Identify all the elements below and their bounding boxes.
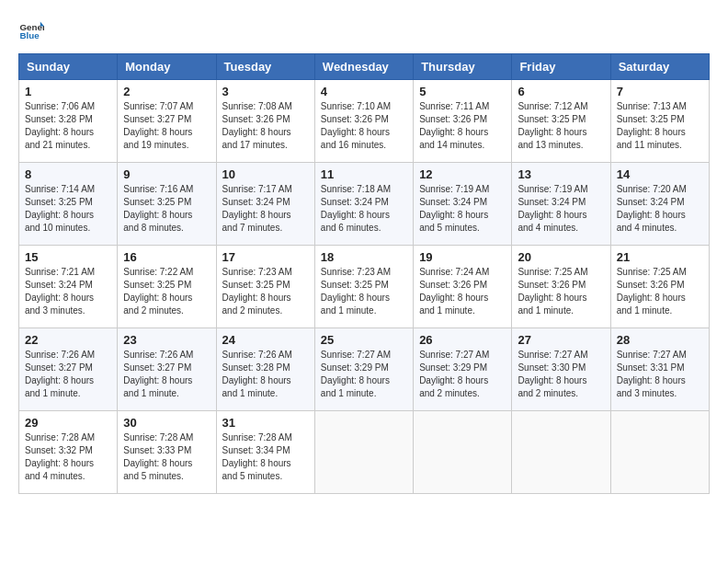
day-number: 10 — [222, 167, 309, 181]
day-number: 24 — [222, 333, 309, 347]
day-info: Sunrise: 7:27 AMSunset: 3:31 PMDaylight:… — [617, 349, 703, 400]
calendar-cell: 19Sunrise: 7:24 AMSunset: 3:26 PMDayligh… — [414, 246, 512, 328]
day-number: 16 — [123, 250, 210, 264]
day-number: 17 — [222, 250, 309, 264]
calendar-cell: 14Sunrise: 7:20 AMSunset: 3:24 PMDayligh… — [610, 163, 709, 246]
day-info: Sunrise: 7:22 AMSunset: 3:25 PMDaylight:… — [123, 266, 210, 317]
calendar-body: 1Sunrise: 7:06 AMSunset: 3:28 PMDaylight… — [19, 80, 710, 494]
week-row: 1Sunrise: 7:06 AMSunset: 3:28 PMDaylight… — [19, 80, 710, 163]
week-row: 15Sunrise: 7:21 AMSunset: 3:24 PMDayligh… — [19, 246, 710, 328]
calendar-cell: 15Sunrise: 7:21 AMSunset: 3:24 PMDayligh… — [19, 246, 118, 328]
day-info: Sunrise: 7:26 AMSunset: 3:27 PMDaylight:… — [123, 349, 210, 400]
day-number: 12 — [419, 167, 506, 181]
day-number: 30 — [123, 416, 210, 430]
calendar-cell — [314, 411, 413, 494]
calendar-cell: 1Sunrise: 7:06 AMSunset: 3:28 PMDaylight… — [19, 80, 118, 163]
day-info: Sunrise: 7:27 AMSunset: 3:29 PMDaylight:… — [419, 349, 506, 400]
day-number: 23 — [123, 333, 210, 347]
calendar-cell: 21Sunrise: 7:25 AMSunset: 3:26 PMDayligh… — [610, 246, 709, 328]
logo: General Blue — [18, 18, 44, 44]
day-number: 9 — [123, 167, 210, 181]
day-number: 31 — [222, 416, 309, 430]
day-number: 22 — [25, 333, 111, 347]
column-header-friday: Friday — [512, 54, 610, 80]
calendar-table: SundayMondayTuesdayWednesdayThursdayFrid… — [18, 53, 710, 494]
day-info: Sunrise: 7:26 AMSunset: 3:27 PMDaylight:… — [25, 349, 111, 400]
column-header-wednesday: Wednesday — [314, 54, 413, 80]
column-header-monday: Monday — [118, 54, 216, 80]
calendar-cell: 3Sunrise: 7:08 AMSunset: 3:26 PMDaylight… — [216, 80, 314, 163]
day-number: 15 — [25, 250, 111, 264]
week-row: 22Sunrise: 7:26 AMSunset: 3:27 PMDayligh… — [19, 328, 710, 411]
calendar-header: SundayMondayTuesdayWednesdayThursdayFrid… — [19, 54, 710, 80]
calendar-cell: 11Sunrise: 7:18 AMSunset: 3:24 PMDayligh… — [314, 163, 413, 246]
column-header-saturday: Saturday — [610, 54, 709, 80]
day-info: Sunrise: 7:08 AMSunset: 3:26 PMDaylight:… — [222, 100, 309, 152]
column-header-sunday: Sunday — [19, 54, 118, 80]
day-info: Sunrise: 7:11 AMSunset: 3:26 PMDaylight:… — [419, 100, 506, 152]
day-info: Sunrise: 7:12 AMSunset: 3:25 PMDaylight:… — [518, 100, 604, 152]
calendar-cell: 8Sunrise: 7:14 AMSunset: 3:25 PMDaylight… — [19, 163, 118, 246]
day-info: Sunrise: 7:13 AMSunset: 3:25 PMDaylight:… — [617, 100, 703, 152]
day-number: 7 — [617, 85, 703, 98]
calendar-cell: 31Sunrise: 7:28 AMSunset: 3:34 PMDayligh… — [216, 411, 314, 494]
day-info: Sunrise: 7:25 AMSunset: 3:26 PMDaylight:… — [518, 266, 604, 317]
column-header-tuesday: Tuesday — [216, 54, 314, 80]
day-number: 26 — [419, 333, 506, 347]
day-info: Sunrise: 7:07 AMSunset: 3:27 PMDaylight:… — [123, 100, 210, 152]
calendar-cell: 29Sunrise: 7:28 AMSunset: 3:32 PMDayligh… — [19, 411, 118, 494]
day-number: 6 — [518, 85, 604, 98]
day-info: Sunrise: 7:24 AMSunset: 3:26 PMDaylight:… — [419, 266, 506, 317]
calendar-cell: 9Sunrise: 7:16 AMSunset: 3:25 PMDaylight… — [118, 163, 216, 246]
day-info: Sunrise: 7:23 AMSunset: 3:25 PMDaylight:… — [321, 266, 407, 317]
calendar-cell: 18Sunrise: 7:23 AMSunset: 3:25 PMDayligh… — [314, 246, 413, 328]
week-row: 29Sunrise: 7:28 AMSunset: 3:32 PMDayligh… — [19, 411, 710, 494]
day-info: Sunrise: 7:20 AMSunset: 3:24 PMDaylight:… — [617, 183, 703, 235]
day-number: 29 — [25, 416, 111, 430]
page-header: General Blue — [18, 18, 710, 44]
calendar-cell: 16Sunrise: 7:22 AMSunset: 3:25 PMDayligh… — [118, 246, 216, 328]
calendar-cell: 12Sunrise: 7:19 AMSunset: 3:24 PMDayligh… — [414, 163, 512, 246]
calendar-cell: 22Sunrise: 7:26 AMSunset: 3:27 PMDayligh… — [19, 328, 118, 411]
svg-text:Blue: Blue — [19, 30, 40, 40]
calendar-cell — [512, 411, 610, 494]
day-number: 11 — [321, 167, 407, 181]
day-info: Sunrise: 7:28 AMSunset: 3:34 PMDaylight:… — [222, 431, 309, 483]
day-info: Sunrise: 7:26 AMSunset: 3:28 PMDaylight:… — [222, 349, 309, 400]
day-info: Sunrise: 7:21 AMSunset: 3:24 PMDaylight:… — [25, 266, 111, 317]
day-number: 20 — [518, 250, 604, 264]
day-number: 8 — [25, 167, 111, 181]
day-info: Sunrise: 7:18 AMSunset: 3:24 PMDaylight:… — [321, 183, 407, 235]
calendar-cell: 30Sunrise: 7:28 AMSunset: 3:33 PMDayligh… — [118, 411, 216, 494]
logo-icon: General Blue — [18, 18, 44, 44]
day-info: Sunrise: 7:28 AMSunset: 3:33 PMDaylight:… — [123, 431, 210, 483]
day-info: Sunrise: 7:25 AMSunset: 3:26 PMDaylight:… — [617, 266, 703, 317]
calendar-cell: 5Sunrise: 7:11 AMSunset: 3:26 PMDaylight… — [414, 80, 512, 163]
calendar-cell — [414, 411, 512, 494]
day-number: 5 — [419, 85, 506, 98]
day-info: Sunrise: 7:16 AMSunset: 3:25 PMDaylight:… — [123, 183, 210, 235]
day-info: Sunrise: 7:23 AMSunset: 3:25 PMDaylight:… — [222, 266, 309, 317]
day-number: 13 — [518, 167, 604, 181]
calendar-cell: 10Sunrise: 7:17 AMSunset: 3:24 PMDayligh… — [216, 163, 314, 246]
day-number: 27 — [518, 333, 604, 347]
column-header-thursday: Thursday — [414, 54, 512, 80]
calendar-cell — [610, 411, 709, 494]
header-row: SundayMondayTuesdayWednesdayThursdayFrid… — [19, 54, 710, 80]
calendar-cell: 17Sunrise: 7:23 AMSunset: 3:25 PMDayligh… — [216, 246, 314, 328]
day-info: Sunrise: 7:19 AMSunset: 3:24 PMDaylight:… — [518, 183, 604, 235]
day-info: Sunrise: 7:27 AMSunset: 3:29 PMDaylight:… — [321, 349, 407, 400]
day-number: 18 — [321, 250, 407, 264]
day-info: Sunrise: 7:06 AMSunset: 3:28 PMDaylight:… — [25, 100, 111, 152]
day-info: Sunrise: 7:10 AMSunset: 3:26 PMDaylight:… — [321, 100, 407, 152]
day-number: 28 — [617, 333, 703, 347]
calendar-cell: 23Sunrise: 7:26 AMSunset: 3:27 PMDayligh… — [118, 328, 216, 411]
day-info: Sunrise: 7:28 AMSunset: 3:32 PMDaylight:… — [25, 431, 111, 483]
day-number: 21 — [617, 250, 703, 264]
day-number: 25 — [321, 333, 407, 347]
day-info: Sunrise: 7:19 AMSunset: 3:24 PMDaylight:… — [419, 183, 506, 235]
calendar-cell: 24Sunrise: 7:26 AMSunset: 3:28 PMDayligh… — [216, 328, 314, 411]
day-number: 14 — [617, 167, 703, 181]
day-number: 1 — [25, 85, 111, 98]
day-number: 3 — [222, 85, 309, 98]
